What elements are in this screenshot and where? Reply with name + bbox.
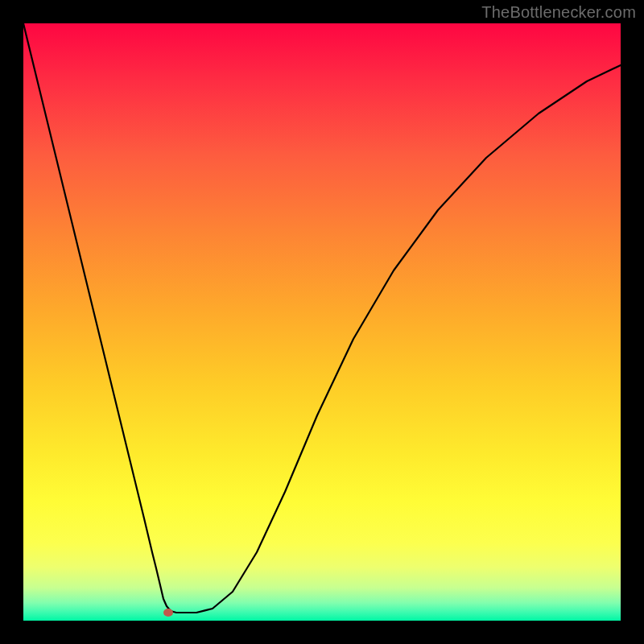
optimal-point-marker bbox=[163, 609, 173, 617]
bottleneck-curve bbox=[23, 23, 621, 621]
plot-area bbox=[23, 23, 621, 621]
chart-frame: TheBottlenecker.com bbox=[0, 0, 644, 644]
watermark-text: TheBottlenecker.com bbox=[481, 3, 636, 22]
